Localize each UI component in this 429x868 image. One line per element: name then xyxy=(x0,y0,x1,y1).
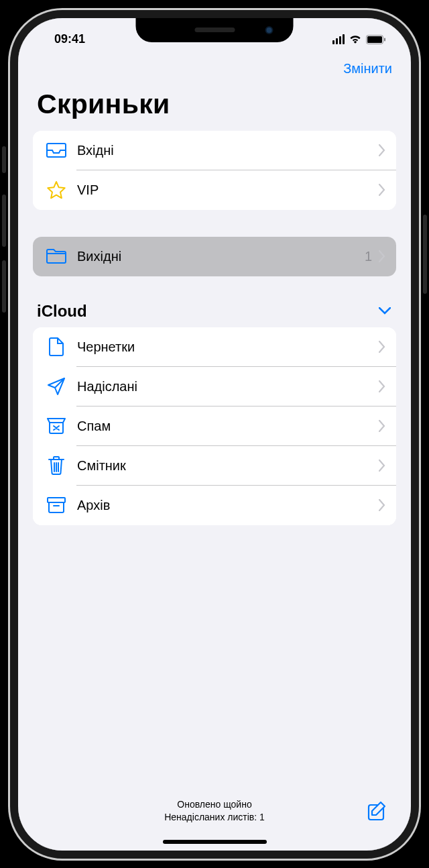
battery-icon xyxy=(366,35,386,44)
mailbox-drafts[interactable]: Чернетки xyxy=(33,327,396,367)
status-text: Оновлено щойно Ненадісланих листів: 1 xyxy=(164,798,265,824)
spam-icon xyxy=(45,416,68,436)
mailbox-trash[interactable]: Смітник xyxy=(33,446,396,486)
mailbox-label: Смітник xyxy=(77,458,379,474)
chevron-right-icon xyxy=(379,499,385,511)
mailbox-archive[interactable]: Архів xyxy=(33,486,396,525)
mailbox-label: Спам xyxy=(77,419,379,434)
icloud-section-header[interactable]: iCloud xyxy=(18,276,411,327)
chevron-down-icon xyxy=(379,307,391,315)
mailbox-vip[interactable]: VIP xyxy=(33,170,396,210)
chevron-right-icon xyxy=(379,380,385,392)
inbox-icon xyxy=(45,140,68,160)
mailbox-label: Вихідні xyxy=(77,249,365,264)
status-icons xyxy=(332,34,390,44)
compose-button[interactable] xyxy=(367,800,388,822)
edit-button[interactable]: Змінити xyxy=(343,61,392,76)
chevron-right-icon xyxy=(379,144,385,156)
mailbox-inbox[interactable]: Вхідні xyxy=(33,131,396,170)
page-title: Скриньки xyxy=(18,76,411,131)
status-time: 09:41 xyxy=(40,32,85,46)
nav-bar: Змінити xyxy=(18,52,411,76)
outbox-group: Вихідні 1 xyxy=(33,237,396,276)
mailbox-spam[interactable]: Спам xyxy=(33,406,396,446)
star-icon xyxy=(45,180,68,200)
mailbox-label: Архів xyxy=(77,498,379,513)
home-indicator[interactable] xyxy=(163,840,267,844)
chevron-right-icon xyxy=(379,184,385,196)
wifi-icon xyxy=(349,34,362,44)
svg-rect-1 xyxy=(367,36,382,43)
compose-icon xyxy=(367,800,388,822)
mailbox-label: Надіслані xyxy=(77,379,379,394)
mailbox-outbox[interactable]: Вихідні 1 xyxy=(33,237,396,276)
icloud-group: Чернетки Надіслані xyxy=(33,327,396,525)
cellular-signal-icon xyxy=(332,34,345,44)
chevron-right-icon xyxy=(379,341,385,353)
bottom-toolbar: Оновлено щойно Ненадісланих листів: 1 xyxy=(18,788,411,830)
section-title: iCloud xyxy=(37,302,87,321)
mailbox-label: Вхідні xyxy=(77,143,379,158)
trash-icon xyxy=(45,455,68,476)
svg-rect-2 xyxy=(384,38,385,41)
folder-icon xyxy=(45,246,68,266)
svg-rect-3 xyxy=(48,498,65,502)
mailbox-sent[interactable]: Надіслані xyxy=(33,367,396,406)
status-line-2: Ненадісланих листів: 1 xyxy=(164,811,265,824)
document-icon xyxy=(45,337,68,357)
mailbox-label: Чернетки xyxy=(77,339,379,355)
mailbox-label: VIP xyxy=(77,182,379,198)
chevron-right-icon xyxy=(379,459,385,472)
favorites-group: Вхідні VIP xyxy=(33,131,396,210)
mailbox-count: 1 xyxy=(365,249,372,264)
chevron-right-icon xyxy=(379,250,385,262)
status-line-1: Оновлено щойно xyxy=(164,798,265,811)
chevron-right-icon xyxy=(379,420,385,432)
archive-icon xyxy=(45,495,68,515)
send-icon xyxy=(45,376,68,396)
